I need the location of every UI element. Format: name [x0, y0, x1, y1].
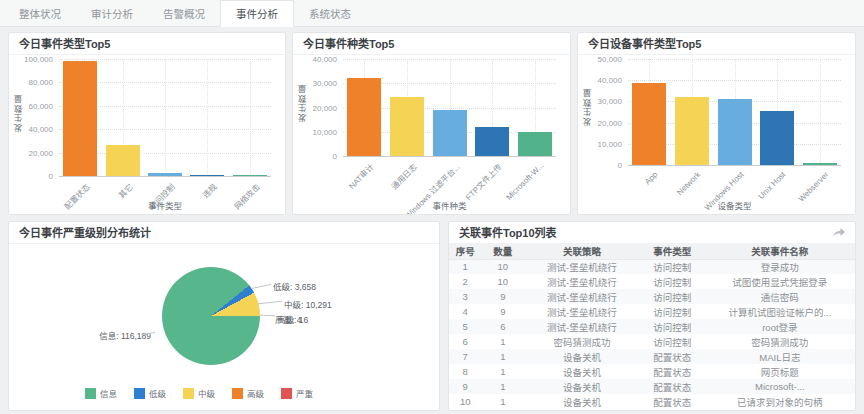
- pie-leader-line: [258, 301, 282, 305]
- table-cell: 10: [449, 394, 481, 409]
- dashboard-page: 整体状况审计分析告警概况事件分析系统状态 今日事件类型Top5 发生数量020,…: [0, 0, 864, 414]
- bar-chart-device-event-type-top5[interactable]: 发生数量010,00020,00030,00040,00050,000AppNe…: [578, 55, 855, 214]
- table-row: 81设备关机配置状态网页标题: [449, 364, 855, 379]
- table-cell: 6: [481, 319, 524, 334]
- y-tick-label: 0: [9, 172, 53, 181]
- card-device-event-type-top5: 今日设备事件类型Top5 发生数量010,00020,00030,00040,0…: [577, 32, 856, 215]
- card-title-severity-distribution: 今日事件严重级别分布统计: [9, 222, 439, 244]
- table-row: 71设备关机配置状态MAIL日志: [449, 349, 855, 364]
- y-tick-label: 40,000: [578, 76, 622, 85]
- bar-Windows Host[interactable]: [718, 99, 752, 165]
- bar-通用日志[interactable]: [390, 97, 424, 156]
- x-category-label: 通用日志: [388, 161, 418, 191]
- table-cell: 9: [449, 379, 481, 394]
- table-header: 序号数量关联策略事件类型关联事件名称: [449, 244, 855, 259]
- v-gridline: [207, 59, 208, 176]
- bar-Network[interactable]: [675, 97, 709, 165]
- tab-audit-analysis[interactable]: 审计分析: [76, 0, 148, 26]
- table-cell: 登录成功: [705, 259, 855, 274]
- legend-item-4[interactable]: 高级: [232, 387, 264, 399]
- table-cell: 密码猜测成功: [705, 334, 855, 349]
- table-cell: 访问控制: [640, 259, 705, 274]
- y-tick-label: 50,000: [578, 55, 622, 64]
- x-axis-line: [628, 165, 841, 166]
- y-tick-label: 20,000: [578, 119, 622, 128]
- table-cell: 设备关机: [524, 349, 640, 364]
- bar-违规[interactable]: [190, 175, 224, 176]
- y-tick-label: 10,000: [293, 128, 337, 137]
- table-row: 101设备关机配置状态已请求到对象的句柄: [449, 394, 855, 409]
- bar-其它[interactable]: [106, 145, 140, 176]
- bar-Windows 过滤平台...[interactable]: [433, 110, 467, 156]
- table-cell: 9: [481, 289, 524, 304]
- x-category-label: 其它: [115, 181, 134, 200]
- bar-App[interactable]: [632, 83, 666, 165]
- table-cell: 配置状态: [640, 394, 705, 409]
- y-axis-name: 发生数量: [297, 84, 309, 122]
- table-cell: 1: [481, 364, 524, 379]
- pie-legend: 信息低级中级高级严重: [85, 387, 330, 399]
- table-cell: 5: [449, 319, 481, 334]
- legend-item-2[interactable]: 低级: [134, 387, 166, 399]
- table-cell: 测试-堡垒机绕行: [524, 304, 640, 319]
- table-cell: 1: [481, 349, 524, 364]
- related-events-table-wrap: 序号数量关联策略事件类型关联事件名称 110测试-堡垒机绕行访问控制登录成功21…: [449, 244, 855, 410]
- bar-Microsoft-W...[interactable]: [518, 132, 552, 156]
- v-gridline: [250, 59, 251, 176]
- legend-label: 严重: [296, 387, 313, 399]
- tab-system-status[interactable]: 系统状态: [294, 0, 366, 26]
- table-cell: 配置状态: [640, 379, 705, 394]
- card-title-event-kind-top5: 今日事件种类Top5: [293, 33, 570, 55]
- bar-FTP文件上传[interactable]: [475, 127, 509, 156]
- table-cell: MAIL日志: [705, 349, 855, 364]
- share-arrow-icon[interactable]: [833, 228, 845, 237]
- table-row: 61密码猜测成功访问控制密码猜测成功: [449, 334, 855, 349]
- pie-leader-line: [251, 284, 271, 289]
- legend-item-3[interactable]: 中级: [183, 387, 215, 399]
- table-cell: 9: [481, 304, 524, 319]
- legend-item-5[interactable]: 严重: [281, 387, 313, 399]
- bar-Webserver[interactable]: [803, 163, 837, 165]
- tab-event-analysis[interactable]: 事件分析: [220, 0, 294, 27]
- legend-item-1[interactable]: 信息: [85, 387, 117, 399]
- x-category-label: Unix Host: [757, 170, 788, 201]
- pie-label-3: 中级: 10,291: [284, 298, 332, 310]
- x-category-label: App: [643, 170, 659, 186]
- table-cell: 已请求到对象的句柄: [705, 394, 855, 409]
- y-tick-label: 20,000: [293, 104, 337, 113]
- legend-swatch: [183, 388, 194, 399]
- bar-chart-event-type-top5[interactable]: 发生数量020,00040,00060,00080,000100,000配置状态…: [9, 55, 285, 214]
- table-cell: 配置状态: [640, 349, 705, 364]
- pie-leader-line: [260, 315, 275, 317]
- table-cell: 计算机试图验证帐户的...: [705, 304, 855, 319]
- column-header: 数量: [481, 244, 524, 259]
- pie-label-5: 严重: 4: [275, 313, 301, 325]
- column-header: 关联事件名称: [705, 244, 855, 259]
- bar-chart-event-kind-top5[interactable]: 发生数量010,00020,00030,00040,000NAT审计通用日志Wi…: [293, 55, 570, 214]
- y-tick-label: 0: [578, 161, 622, 170]
- bar-NAT审计[interactable]: [347, 78, 381, 156]
- x-category-label: 违规: [200, 181, 219, 200]
- table-cell: 网页标题: [705, 364, 855, 379]
- column-header: 序号: [449, 244, 481, 259]
- bar-访问控制[interactable]: [148, 173, 182, 176]
- tab-overall-status[interactable]: 整体状况: [4, 0, 76, 26]
- bar-Unix Host[interactable]: [760, 111, 794, 165]
- bar-配置状态[interactable]: [63, 61, 97, 176]
- y-tick-label: 30,000: [578, 97, 622, 106]
- bar-网络攻击[interactable]: [233, 175, 267, 176]
- table-cell: 配置状态: [640, 364, 705, 379]
- legend-label: 信息: [100, 387, 117, 399]
- related-events-table: 序号数量关联策略事件类型关联事件名称 110测试-堡垒机绕行访问控制登录成功21…: [449, 244, 855, 409]
- pie-label-2: 低级: 3,658: [273, 280, 316, 292]
- pie-severity[interactable]: [162, 267, 260, 365]
- y-tick-label: 20,000: [9, 149, 53, 158]
- table-cell: 访问控制: [640, 304, 705, 319]
- table-cell: 10: [481, 259, 524, 274]
- tab-alert-overview[interactable]: 告警概况: [148, 0, 220, 26]
- table-cell: 1: [481, 394, 524, 409]
- y-tick-label: 0: [293, 152, 337, 161]
- pie-chart-severity-distribution[interactable]: 信息: 116,189低级: 3,658中级: 10,291高级: 16严重: …: [9, 244, 439, 410]
- y-tick-label: 80,000: [9, 78, 53, 87]
- table-cell: root登录: [705, 319, 855, 334]
